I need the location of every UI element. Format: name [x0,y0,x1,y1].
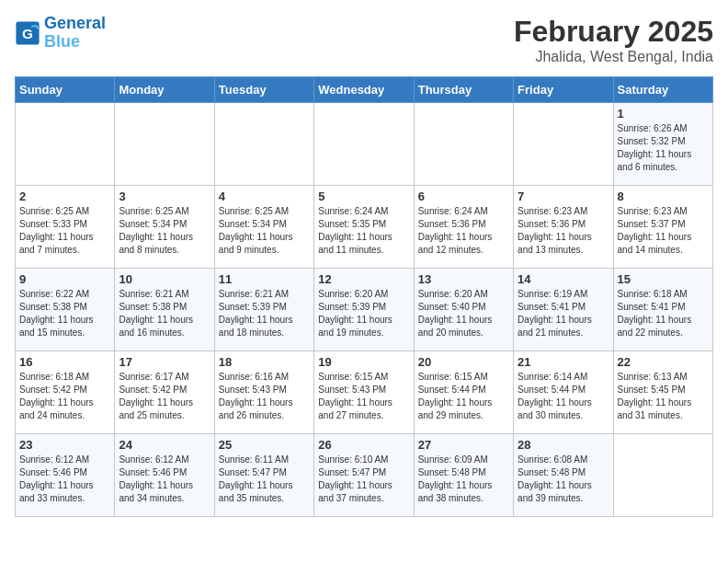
calendar-cell: 14Sunrise: 6:19 AM Sunset: 5:41 PM Dayli… [514,269,613,351]
day-info: Sunrise: 6:14 AM Sunset: 5:44 PM Dayligh… [518,371,609,422]
calendar-cell [414,103,513,186]
calendar-cell: 9Sunrise: 6:22 AM Sunset: 5:38 PM Daylig… [16,269,115,351]
page-header: G General Blue February 2025 Jhalida, We… [15,15,713,65]
calendar-table: SundayMondayTuesdayWednesdayThursdayFrid… [15,76,713,517]
calendar-week-3: 16Sunrise: 6:18 AM Sunset: 5:42 PM Dayli… [16,351,713,434]
day-number: 19 [318,355,409,369]
calendar-week-2: 9Sunrise: 6:22 AM Sunset: 5:38 PM Daylig… [16,269,713,351]
calendar-cell: 24Sunrise: 6:12 AM Sunset: 5:46 PM Dayli… [115,434,214,517]
day-info: Sunrise: 6:16 AM Sunset: 5:43 PM Dayligh… [219,371,310,422]
calendar-cell [16,103,115,186]
calendar-week-1: 2Sunrise: 6:25 AM Sunset: 5:33 PM Daylig… [16,186,713,269]
calendar-cell: 3Sunrise: 6:25 AM Sunset: 5:34 PM Daylig… [115,186,214,269]
day-number: 8 [618,190,709,203]
calendar-week-0: 1Sunrise: 6:26 AM Sunset: 5:32 PM Daylig… [16,103,713,186]
day-info: Sunrise: 6:11 AM Sunset: 5:47 PM Dayligh… [219,454,310,505]
day-info: Sunrise: 6:24 AM Sunset: 5:36 PM Dayligh… [418,205,509,257]
day-info: Sunrise: 6:20 AM Sunset: 5:39 PM Dayligh… [318,288,409,339]
logo-line1: General [44,14,106,32]
day-number: 3 [119,190,210,203]
calendar-cell: 11Sunrise: 6:21 AM Sunset: 5:39 PM Dayli… [214,269,313,351]
day-info: Sunrise: 6:20 AM Sunset: 5:40 PM Dayligh… [418,288,509,339]
day-info: Sunrise: 6:15 AM Sunset: 5:44 PM Dayligh… [418,371,509,422]
weekday-header-thursday: Thursday [414,77,513,103]
day-number: 4 [219,190,310,203]
weekday-header-monday: Monday [115,77,214,103]
day-number: 16 [19,355,110,369]
calendar-cell: 27Sunrise: 6:09 AM Sunset: 5:48 PM Dayli… [414,434,513,517]
logo: G General Blue [15,15,106,52]
day-info: Sunrise: 6:17 AM Sunset: 5:42 PM Dayligh… [119,371,210,422]
calendar-cell: 12Sunrise: 6:20 AM Sunset: 5:39 PM Dayli… [314,269,414,351]
day-number: 28 [518,438,609,452]
calendar-cell: 15Sunrise: 6:18 AM Sunset: 5:41 PM Dayli… [613,269,712,351]
day-number: 24 [119,438,210,452]
day-number: 6 [418,190,509,203]
day-info: Sunrise: 6:12 AM Sunset: 5:46 PM Dayligh… [119,454,210,505]
weekday-header-friday: Friday [514,77,613,103]
day-number: 7 [518,190,609,203]
day-number: 5 [318,190,409,203]
calendar-cell: 4Sunrise: 6:25 AM Sunset: 5:34 PM Daylig… [214,186,313,269]
day-info: Sunrise: 6:12 AM Sunset: 5:46 PM Dayligh… [19,454,110,505]
calendar-cell: 18Sunrise: 6:16 AM Sunset: 5:43 PM Dayli… [214,351,313,434]
day-number: 22 [618,355,709,369]
weekday-header-tuesday: Tuesday [214,77,313,103]
svg-text:G: G [22,25,33,40]
weekday-header-saturday: Saturday [613,77,712,103]
calendar-cell: 22Sunrise: 6:13 AM Sunset: 5:45 PM Dayli… [613,351,712,434]
day-info: Sunrise: 6:25 AM Sunset: 5:34 PM Dayligh… [219,205,310,257]
calendar-cell: 6Sunrise: 6:24 AM Sunset: 5:36 PM Daylig… [414,186,513,269]
day-info: Sunrise: 6:21 AM Sunset: 5:39 PM Dayligh… [219,288,310,339]
calendar-cell: 16Sunrise: 6:18 AM Sunset: 5:42 PM Dayli… [16,351,115,434]
day-number: 26 [318,438,409,452]
calendar-subtitle: Jhalida, West Bengal, India [514,49,713,65]
calendar-cell [214,103,313,186]
weekday-header-sunday: Sunday [16,77,115,103]
calendar-cell: 10Sunrise: 6:21 AM Sunset: 5:38 PM Dayli… [115,269,214,351]
day-info: Sunrise: 6:13 AM Sunset: 5:45 PM Dayligh… [618,371,709,422]
day-info: Sunrise: 6:10 AM Sunset: 5:47 PM Dayligh… [318,454,409,505]
calendar-cell: 21Sunrise: 6:14 AM Sunset: 5:44 PM Dayli… [514,351,613,434]
day-number: 15 [618,272,709,286]
day-info: Sunrise: 6:23 AM Sunset: 5:37 PM Dayligh… [618,205,709,257]
calendar-cell [115,103,214,186]
calendar-cell: 13Sunrise: 6:20 AM Sunset: 5:40 PM Dayli… [414,269,513,351]
day-number: 23 [19,438,110,452]
day-number: 25 [219,438,310,452]
day-number: 11 [219,272,310,286]
day-info: Sunrise: 6:23 AM Sunset: 5:36 PM Dayligh… [518,205,609,257]
day-number: 20 [418,355,509,369]
logo-line2: Blue [44,32,80,51]
calendar-cell: 1Sunrise: 6:26 AM Sunset: 5:32 PM Daylig… [613,103,712,186]
calendar-cell: 2Sunrise: 6:25 AM Sunset: 5:33 PM Daylig… [16,186,115,269]
calendar-cell: 28Sunrise: 6:08 AM Sunset: 5:48 PM Dayli… [514,434,613,517]
weekday-header-row: SundayMondayTuesdayWednesdayThursdayFrid… [16,77,713,103]
day-number: 10 [119,272,210,286]
day-info: Sunrise: 6:26 AM Sunset: 5:32 PM Dayligh… [618,122,709,174]
title-area: February 2025 Jhalida, West Bengal, Indi… [514,15,713,65]
day-info: Sunrise: 6:22 AM Sunset: 5:38 PM Dayligh… [19,288,110,339]
day-info: Sunrise: 6:21 AM Sunset: 5:38 PM Dayligh… [119,288,210,339]
calendar-cell: 26Sunrise: 6:10 AM Sunset: 5:47 PM Dayli… [314,434,414,517]
day-number: 21 [518,355,609,369]
calendar-cell: 7Sunrise: 6:23 AM Sunset: 5:36 PM Daylig… [514,186,613,269]
calendar-title: February 2025 [514,15,713,49]
day-number: 12 [318,272,409,286]
day-info: Sunrise: 6:19 AM Sunset: 5:41 PM Dayligh… [518,288,609,339]
day-info: Sunrise: 6:24 AM Sunset: 5:35 PM Dayligh… [318,205,409,257]
day-number: 13 [418,272,509,286]
calendar-cell: 5Sunrise: 6:24 AM Sunset: 5:35 PM Daylig… [314,186,414,269]
day-info: Sunrise: 6:18 AM Sunset: 5:42 PM Dayligh… [19,371,110,422]
day-number: 1 [618,107,709,121]
logo-icon: G [15,20,40,46]
day-number: 27 [418,438,509,452]
day-info: Sunrise: 6:25 AM Sunset: 5:33 PM Dayligh… [19,205,110,257]
calendar-cell: 25Sunrise: 6:11 AM Sunset: 5:47 PM Dayli… [214,434,313,517]
day-number: 2 [19,190,110,203]
day-info: Sunrise: 6:18 AM Sunset: 5:41 PM Dayligh… [618,288,709,339]
calendar-cell: 8Sunrise: 6:23 AM Sunset: 5:37 PM Daylig… [613,186,712,269]
day-number: 14 [518,272,609,286]
day-info: Sunrise: 6:15 AM Sunset: 5:43 PM Dayligh… [318,371,409,422]
weekday-header-wednesday: Wednesday [314,77,414,103]
